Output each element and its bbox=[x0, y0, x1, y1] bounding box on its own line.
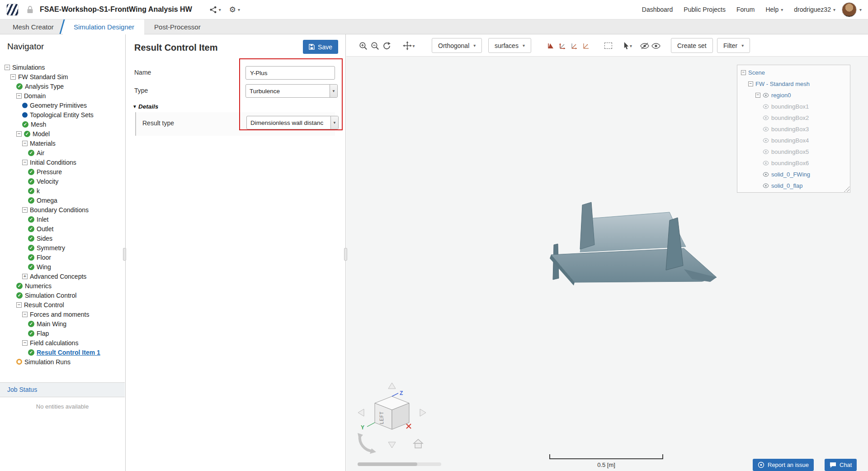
tree-item-materials[interactable]: −Materials bbox=[0, 138, 125, 148]
tree-item-omega[interactable]: ✓Omega bbox=[0, 195, 125, 205]
zoom-in-icon[interactable] bbox=[357, 40, 369, 52]
settings-button[interactable]: ⚙ ▾ bbox=[229, 6, 240, 14]
simscale-logo[interactable] bbox=[6, 4, 19, 16]
show-all-icon[interactable] bbox=[650, 40, 662, 52]
rotate-up-arrow[interactable] bbox=[388, 383, 396, 389]
hide-selection-icon[interactable] bbox=[639, 40, 651, 52]
scene-item-solid-0-fwing[interactable]: solid_0_FWing bbox=[737, 169, 850, 180]
tab-mesh-creator[interactable]: Mesh Creator bbox=[3, 19, 64, 34]
share-button[interactable]: ▾ bbox=[209, 6, 221, 14]
view-preset-icon-1[interactable] bbox=[545, 40, 557, 52]
visibility-eye-icon[interactable] bbox=[763, 172, 769, 177]
visibility-eye-icon[interactable] bbox=[763, 149, 769, 154]
tree-item-outlet[interactable]: ✓Outlet bbox=[0, 224, 125, 233]
collapse-toggle-icon[interactable]: − bbox=[22, 160, 28, 165]
tree-item-air[interactable]: ✓Air bbox=[0, 148, 125, 157]
job-status-header[interactable]: Job Status bbox=[0, 382, 125, 397]
view-preset-icon-4[interactable] bbox=[580, 40, 592, 52]
tree-item-geometry-primitives[interactable]: Geometry Primitives bbox=[0, 100, 125, 110]
panel-resize-handle[interactable] bbox=[123, 248, 126, 261]
scene-item-fw-standard-mesh[interactable]: −FW - Standard mesh bbox=[737, 78, 850, 90]
tree-item-analysis-type[interactable]: ✓Analysis Type bbox=[0, 81, 125, 91]
scene-item-boundingbox3[interactable]: boundingBox3 bbox=[737, 124, 850, 135]
scene-item-solid-0-flap[interactable]: solid_0_flap bbox=[737, 180, 850, 191]
result-type-select[interactable]: Dimensionless wall distanc ▼ bbox=[246, 116, 339, 129]
horizontal-scrollbar[interactable] bbox=[358, 462, 441, 466]
tree-item-result-control-item-1[interactable]: ✓Result Control Item 1 bbox=[0, 347, 125, 357]
tree-item-numerics[interactable]: ✓Numerics bbox=[0, 281, 125, 290]
collapse-toggle-icon[interactable]: − bbox=[741, 70, 746, 75]
visibility-eye-icon[interactable] bbox=[763, 93, 769, 98]
scene-item-boundingbox1[interactable]: boundingBox1 bbox=[737, 101, 850, 112]
tree-item-fw-standard-sim[interactable]: −FW Standard Sim bbox=[0, 72, 125, 81]
box-select-icon[interactable] bbox=[602, 40, 614, 52]
collapse-toggle-icon[interactable]: − bbox=[748, 81, 753, 86]
top-nav-forum[interactable]: Forum bbox=[736, 6, 755, 13]
refresh-view-icon[interactable] bbox=[381, 40, 392, 52]
rotate-right-arrow[interactable] bbox=[420, 409, 426, 416]
visibility-eye-icon[interactable] bbox=[763, 127, 769, 132]
collapse-toggle-icon[interactable]: − bbox=[22, 141, 28, 146]
tree-item-symmetry[interactable]: ✓Symmetry bbox=[0, 243, 125, 252]
pan-tool-icon[interactable]: ▾ bbox=[400, 40, 418, 52]
filter-button[interactable]: Filter ▾ bbox=[717, 38, 750, 53]
top-nav-drodriguez32[interactable]: drodriguez32▾ bbox=[794, 6, 835, 13]
panel-resize-handle[interactable] bbox=[344, 248, 347, 261]
rotate-left-arrow[interactable] bbox=[358, 409, 364, 416]
select-cursor-icon[interactable]: ▾ bbox=[619, 40, 636, 52]
top-nav-dashboard[interactable]: Dashboard bbox=[642, 6, 673, 13]
visibility-eye-icon[interactable] bbox=[763, 104, 769, 109]
tree-item-main-wing[interactable]: ✓Main Wing bbox=[0, 319, 125, 328]
name-input[interactable] bbox=[245, 66, 335, 80]
tree-item-advanced-concepts[interactable]: +Advanced Concepts bbox=[0, 271, 125, 281]
tree-item-simulations[interactable]: −Simulations bbox=[0, 62, 125, 72]
user-avatar[interactable] bbox=[842, 2, 857, 17]
visibility-eye-icon[interactable] bbox=[763, 161, 769, 166]
tab-post-processor[interactable]: Post-Processor bbox=[144, 19, 211, 34]
collapse-toggle-icon[interactable]: − bbox=[16, 302, 22, 308]
tree-item-wing[interactable]: ✓Wing bbox=[0, 262, 125, 271]
tree-item-inlet[interactable]: ✓Inlet bbox=[0, 214, 125, 224]
visibility-eye-icon[interactable] bbox=[763, 183, 769, 188]
viewport-3d[interactable]: ▾ Orthogonal ▾ surfaces ▾ bbox=[346, 34, 868, 471]
chat-button[interactable]: Chat bbox=[825, 459, 857, 471]
projection-mode-button[interactable]: Orthogonal ▾ bbox=[432, 38, 482, 53]
tree-item-sides[interactable]: ✓Sides bbox=[0, 233, 125, 243]
report-issue-button[interactable]: Report an issue bbox=[753, 459, 814, 471]
zoom-out-icon[interactable] bbox=[369, 40, 381, 52]
visibility-eye-icon[interactable] bbox=[763, 138, 769, 143]
tree-item-result-control[interactable]: −Result Control bbox=[0, 300, 125, 309]
tree-item-mesh[interactable]: ✓Mesh bbox=[0, 119, 125, 129]
tree-item-simulation-runs[interactable]: Simulation Runs bbox=[0, 357, 125, 366]
collapse-toggle-icon[interactable]: − bbox=[16, 131, 22, 137]
home-view-icon[interactable] bbox=[414, 439, 423, 448]
scene-item-boundingbox4[interactable]: boundingBox4 bbox=[737, 135, 850, 146]
details-collapse-header[interactable]: ▼ Details bbox=[132, 103, 158, 110]
tree-item-k[interactable]: ✓k bbox=[0, 186, 125, 195]
tree-item-forces-and-moments[interactable]: −Forces and moments bbox=[0, 309, 125, 319]
tree-item-pressure[interactable]: ✓Pressure bbox=[0, 167, 125, 176]
expand-toggle-icon[interactable]: + bbox=[22, 274, 28, 279]
orientation-cube[interactable]: LEFT Z Y bbox=[354, 376, 448, 471]
tree-item-velocity[interactable]: ✓Velocity bbox=[0, 176, 125, 186]
scene-item-region0[interactable]: −region0 bbox=[737, 90, 850, 101]
collapse-toggle-icon[interactable]: − bbox=[10, 74, 16, 80]
tree-item-simulation-control[interactable]: ✓Simulation Control bbox=[0, 290, 125, 300]
tab-simulation-designer[interactable]: Simulation Designer bbox=[64, 19, 144, 34]
visibility-eye-icon[interactable] bbox=[763, 115, 769, 120]
render-mode-button[interactable]: surfaces ▾ bbox=[488, 38, 531, 53]
chevron-down-icon[interactable]: ▾ bbox=[859, 7, 862, 12]
scene-item-scene[interactable]: −Scene bbox=[737, 67, 850, 78]
scene-item-boundingbox5[interactable]: boundingBox5 bbox=[737, 146, 850, 157]
collapse-toggle-icon[interactable]: − bbox=[5, 65, 10, 70]
frontwing-model[interactable] bbox=[548, 201, 717, 285]
collapse-toggle-icon[interactable]: − bbox=[755, 93, 760, 98]
create-set-button[interactable]: Create set bbox=[671, 38, 713, 53]
top-nav-public-projects[interactable]: Public Projects bbox=[684, 6, 726, 13]
top-nav-help[interactable]: Help▾ bbox=[765, 6, 783, 13]
tree-item-flap[interactable]: ✓Flap bbox=[0, 328, 125, 338]
tree-item-field-calculations[interactable]: −Field calculations bbox=[0, 338, 125, 347]
tree-item-domain[interactable]: −Domain bbox=[0, 91, 125, 100]
roll-rotate-arrow[interactable] bbox=[360, 436, 373, 451]
tree-item-model[interactable]: −✓Model bbox=[0, 129, 125, 138]
